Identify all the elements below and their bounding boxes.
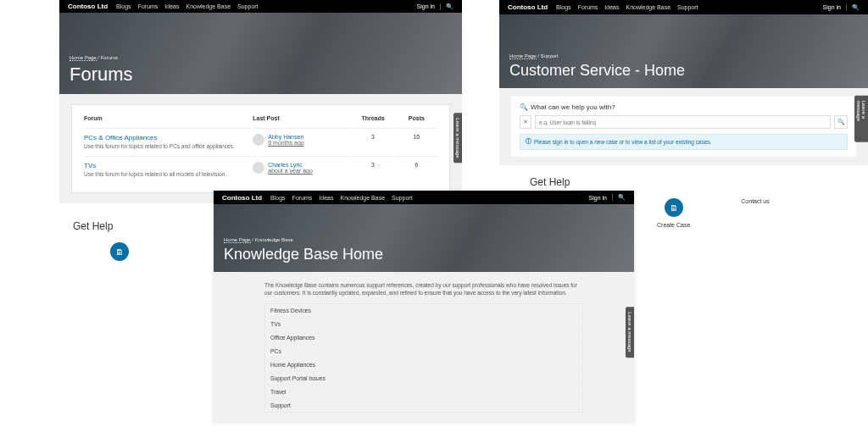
table-row: PCs & Office Appliances Use this forum f… — [84, 128, 437, 154]
crumb-home[interactable]: Home Page — [509, 53, 537, 59]
get-help-heading: Get Help — [530, 176, 868, 188]
avatar-icon — [253, 162, 264, 174]
signin-link[interactable]: Sign in — [589, 195, 607, 201]
col-lastpost: Last Post — [253, 115, 350, 126]
nav-kb[interactable]: Knowledge Base — [626, 4, 670, 10]
nav-blogs[interactable]: Blogs — [556, 4, 571, 10]
last-poster: Abby Hansen 8 months ago — [253, 134, 350, 146]
search-icon[interactable]: 🔍 — [446, 3, 453, 10]
kb-category-item[interactable]: TVs — [265, 318, 582, 331]
crumb-current: Knowledge Base — [255, 237, 293, 242]
create-case-label: Create Case — [657, 222, 690, 228]
kb-category-list: Fitness Devices TVs Office Appliances PC… — [264, 303, 583, 413]
brand[interactable]: Contoso Ltd — [68, 3, 108, 10]
leave-message-tab[interactable]: Leave a message — [854, 96, 868, 142]
posts-count: 10 — [396, 128, 437, 154]
leave-message-tab[interactable]: Leave a message — [626, 308, 634, 358]
kb-category-item[interactable]: Home Appliances — [265, 358, 582, 372]
search-icon[interactable]: 🔍 — [618, 194, 626, 201]
nav-ideas[interactable]: Ideas — [319, 195, 333, 201]
topbar: Contoso Ltd Blogs Forums Ideas Knowledge… — [499, 0, 868, 14]
crumb-home[interactable]: Home Page — [224, 237, 251, 243]
table-row: TVs Use this forum for topics related to… — [84, 156, 437, 182]
signin-info-banner: ⓘ Please sign in to open a new case or t… — [520, 134, 848, 150]
forums-body: Forum Last Post Threads Posts PCs & Offi… — [59, 94, 462, 203]
kb-hero: Home Page / Knowledge Base Knowledge Bas… — [214, 204, 634, 272]
kb-category-item[interactable]: Office Appliances — [265, 331, 582, 345]
forums-hero: Home Page / Forums Forums — [59, 13, 462, 94]
nav-ideas[interactable]: Ideas — [164, 3, 179, 9]
nav-separator — [612, 194, 613, 201]
breadcrumb: Home Page / Knowledge Base — [224, 237, 624, 242]
nav-separator — [846, 4, 847, 11]
search-icon[interactable]: 🔍 — [852, 4, 860, 11]
help-search-card: 🔍 What can we help you with? ✕ 🔍 ⓘ Pleas… — [511, 97, 856, 157]
clear-search-button[interactable]: ✕ — [520, 115, 531, 129]
poster-name[interactable]: Abby Hansen — [268, 134, 303, 140]
forum-desc: Use this forum for topics related to PCs… — [84, 143, 251, 149]
forum-link[interactable]: PCs & Office Appliances — [84, 134, 251, 141]
forum-desc: Use this forum for topics related to all… — [84, 171, 251, 177]
kb-category-item[interactable]: Support — [265, 399, 582, 412]
signin-link[interactable]: Sign in — [417, 3, 435, 9]
kb-category-item[interactable]: PCs — [265, 345, 582, 358]
poster-name[interactable]: Charles Lyric — [268, 162, 313, 168]
nav-kb[interactable]: Knowledge Base — [186, 3, 231, 9]
breadcrumb: Home Page / Support — [509, 53, 858, 58]
contact-us-label: Contact us — [741, 198, 769, 204]
cs-body: 🔍 What can we help you with? ✕ 🔍 ⓘ Pleas… — [499, 88, 868, 165]
document-icon: 🗎 — [665, 198, 683, 217]
nav-ideas[interactable]: Ideas — [604, 4, 619, 10]
nav-forums[interactable]: Forums — [292, 195, 313, 201]
cs-hero: Home Page / Support Customer Service - H… — [499, 14, 868, 88]
nav-support[interactable]: Support — [392, 195, 413, 201]
topbar: Contoso Ltd Blogs Forums Ideas Knowledge… — [59, 0, 462, 13]
get-help-panel-left: Get Help 🗎 — [59, 212, 199, 313]
nav-links: Blogs Forums Ideas Knowledge Base Suppor… — [116, 3, 258, 9]
leave-message-tab[interactable]: Leave a message — [453, 113, 462, 163]
nav-kb[interactable]: Knowledge Base — [340, 195, 385, 201]
kb-category-item[interactable]: Fitness Devices — [265, 304, 582, 318]
threads-count: 3 — [352, 128, 393, 154]
search-icon: 🔍 — [520, 103, 528, 111]
knowledge-base-page: Contoso Ltd Blogs Forums Ideas Knowledge… — [214, 191, 634, 423]
create-case-tile[interactable]: 🗎 Create Case — [657, 198, 690, 228]
search-submit-button[interactable]: 🔍 — [834, 115, 848, 129]
avatar-icon — [253, 134, 264, 146]
signin-link[interactable]: Sign in — [823, 4, 841, 10]
nav-links: Blogs Forums Ideas Knowledge Base Suppor… — [270, 195, 412, 201]
brand[interactable]: Contoso Ltd — [222, 194, 262, 202]
col-threads: Threads — [352, 115, 393, 126]
topbar: Contoso Ltd Blogs Forums Ideas Knowledge… — [214, 191, 634, 204]
crumb-current: Support — [541, 53, 559, 58]
page-title: Customer Service - Home — [509, 62, 858, 80]
nav-blogs[interactable]: Blogs — [270, 195, 286, 201]
crumb-home[interactable]: Home Page — [70, 55, 97, 61]
poster-time[interactable]: about a year ago — [268, 168, 313, 174]
forums-table: Forum Last Post Threads Posts PCs & Offi… — [82, 114, 439, 184]
nav-support[interactable]: Support — [677, 4, 698, 10]
forum-link[interactable]: TVs — [84, 162, 251, 169]
search-heading-text: What can we help you with? — [531, 103, 615, 111]
banner-text: Please sign in to open a new case or to … — [534, 139, 712, 145]
document-icon[interactable]: 🗎 — [110, 242, 129, 261]
nav-forums[interactable]: Forums — [578, 4, 598, 10]
kb-body: The Knowledge Base contains numerous sup… — [214, 272, 634, 423]
search-input[interactable] — [535, 115, 831, 129]
contact-us-tile[interactable]: Contact us — [741, 198, 769, 228]
nav-forums[interactable]: Forums — [138, 3, 159, 9]
customer-service-page: Contoso Ltd Blogs Forums Ideas Knowledge… — [499, 0, 868, 165]
brand[interactable]: Contoso Ltd — [508, 3, 548, 11]
kb-category-item[interactable]: Support Portal Issues — [265, 372, 582, 385]
last-poster: Charles Lyric about a year ago — [253, 162, 350, 174]
crumb-current: Forums — [101, 55, 118, 60]
search-heading: 🔍 What can we help you with? — [520, 103, 848, 111]
col-forum: Forum — [84, 115, 251, 126]
page-title: Knowledge Base Home — [224, 246, 624, 263]
col-posts: Posts — [396, 115, 437, 126]
kb-category-item[interactable]: Travel — [265, 385, 582, 399]
nav-blogs[interactable]: Blogs — [116, 3, 131, 9]
nav-support[interactable]: Support — [237, 3, 259, 9]
poster-time[interactable]: 8 months ago — [268, 140, 303, 146]
forums-page: Contoso Ltd Blogs Forums Ideas Knowledge… — [59, 0, 462, 203]
